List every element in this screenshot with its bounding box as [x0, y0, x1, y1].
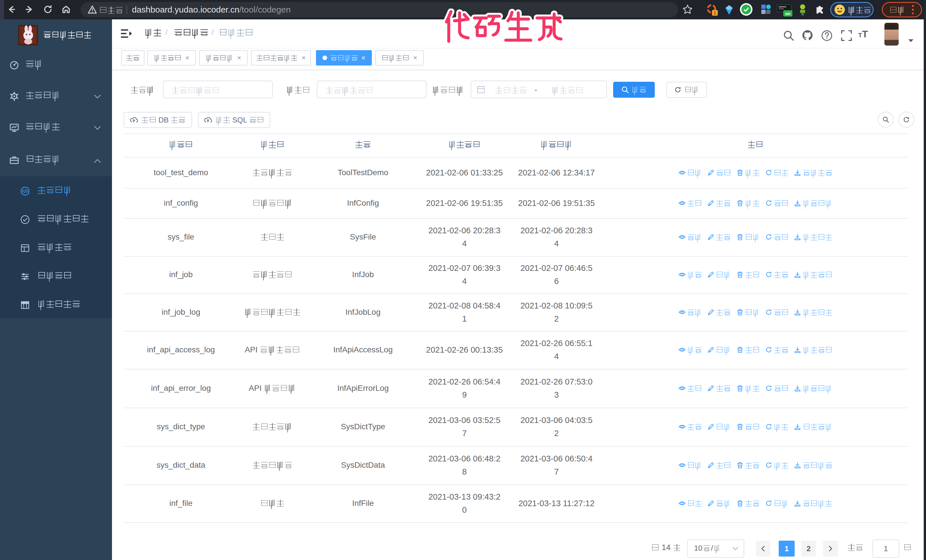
svg-text:1: 1: [714, 11, 716, 15]
svg-text:on: on: [785, 11, 790, 16]
